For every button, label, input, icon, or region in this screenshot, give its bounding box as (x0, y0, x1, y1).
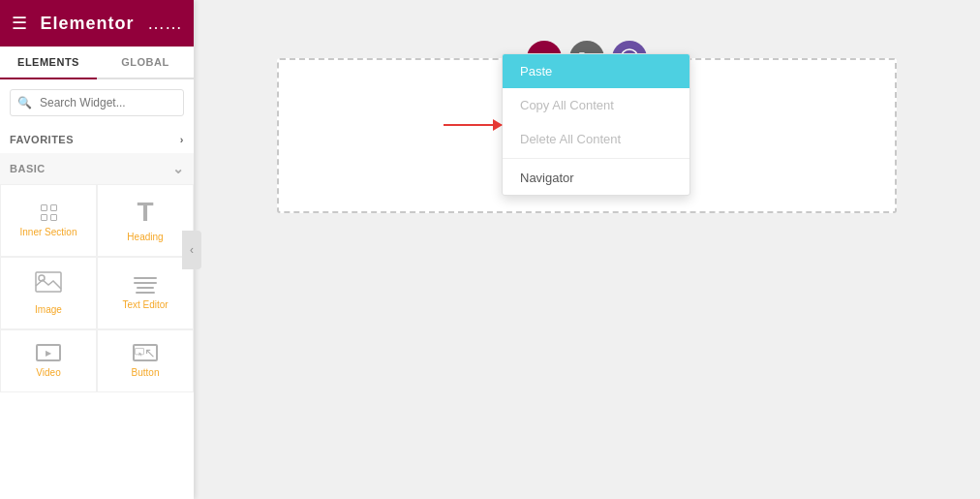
text-editor-icon (134, 277, 157, 294)
arrow-indicator (444, 124, 502, 126)
widget-image-label: Image (35, 304, 62, 315)
widget-heading-label: Heading (127, 232, 163, 242)
arrow-line (444, 124, 502, 126)
context-menu-wrapper: Paste Copy All Content Delete All Conten… (444, 53, 690, 196)
widget-text-editor-label: Text Editor (122, 299, 168, 310)
inner-section-icon (41, 204, 57, 221)
widget-video-label: Video (36, 367, 60, 378)
basic-label: BASIC (10, 163, 46, 174)
sidebar: ☰ Elementor …… ELEMENTS GLOBAL 🔍 FAVORIT… (0, 0, 194, 499)
favorites-label: FAVORITES (10, 134, 74, 145)
search-box: 🔍 (10, 89, 184, 116)
tab-global[interactable]: GLOBAL (97, 47, 194, 78)
image-icon (35, 271, 62, 298)
widget-inner-section-label: Inner Section (20, 227, 77, 237)
search-input[interactable] (10, 89, 184, 116)
widget-heading[interactable]: T Heading (97, 184, 194, 257)
tab-elements[interactable]: ELEMENTS (0, 47, 97, 79)
widget-button-label: Button (132, 367, 160, 378)
context-menu-navigator[interactable]: Navigator (503, 161, 689, 195)
elementor-logo: Elementor (40, 14, 134, 34)
video-icon (36, 344, 61, 361)
context-menu-divider (503, 158, 689, 159)
widget-video[interactable]: Video (0, 329, 97, 392)
grid-icon[interactable]: …… (147, 14, 182, 34)
widget-text-editor[interactable]: Text Editor (97, 257, 194, 329)
basic-section-label[interactable]: BASIC ⌄ (0, 153, 194, 184)
sidebar-tabs: ELEMENTS GLOBAL (0, 47, 194, 79)
basic-chevron-icon: ⌄ (172, 161, 185, 176)
main-content: Paste Copy All Content Delete All Conten… (194, 0, 980, 499)
favorites-section[interactable]: FAVORITES › (0, 126, 194, 153)
widget-inner-section[interactable]: Inner Section (0, 184, 97, 257)
context-menu-paste[interactable]: Paste (503, 54, 689, 88)
context-menu-copy-all: Copy All Content (503, 88, 689, 122)
favorites-chevron-icon: › (180, 134, 184, 145)
widget-button[interactable]: Button (97, 329, 194, 392)
sidebar-header: ☰ Elementor …… (0, 0, 194, 47)
search-icon: 🔍 (17, 96, 32, 109)
sidebar-collapse-handle[interactable]: ‹ (182, 231, 201, 269)
hamburger-icon[interactable]: ☰ (12, 13, 27, 34)
widget-image[interactable]: Image (0, 257, 97, 329)
context-menu-delete-all: Delete All Content (503, 122, 689, 156)
heading-icon: T (137, 199, 153, 226)
context-menu: Paste Copy All Content Delete All Conten… (502, 53, 690, 196)
button-icon (133, 344, 158, 361)
widgets-grid: Inner Section T Heading Image (0, 184, 194, 392)
